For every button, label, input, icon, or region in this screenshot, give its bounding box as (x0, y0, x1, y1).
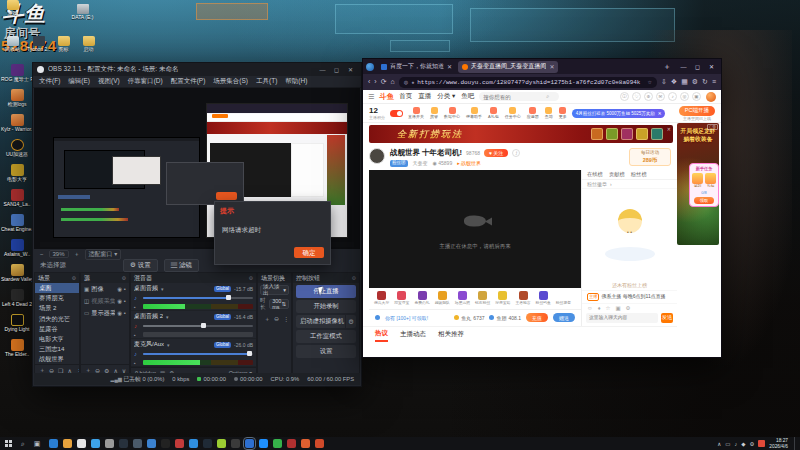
task-view-icon[interactable]: ▣ (30, 440, 44, 448)
taskbar-app-icon[interactable] (133, 439, 142, 448)
claim-link[interactable]: 你有 [100+] 可领取! (385, 315, 428, 321)
panel-pin-icon[interactable]: ⚙ (72, 275, 76, 281)
category-link[interactable]: ▸ 战舰世界 (457, 160, 481, 166)
volume-slider[interactable] (143, 325, 253, 327)
gift-item[interactable]: 免费の礼 (414, 291, 429, 305)
follow-button[interactable]: ♥ 关注 (484, 149, 508, 157)
chat-tab[interactable]: 粉丝榜 (631, 171, 647, 178)
close-icon[interactable]: ✕ (658, 111, 662, 116)
widget-tile-icon[interactable] (705, 173, 716, 184)
share-icon[interactable]: ⤴ (512, 149, 520, 157)
taskbar-app-icon[interactable] (63, 439, 72, 448)
window-control-button[interactable]: ✕ (705, 61, 718, 73)
desktop-icon[interactable]: Left 4 Dead 2 (1, 289, 33, 314)
taskbar-app-icon[interactable] (301, 439, 310, 448)
anchor-tool[interactable]: 房管 (430, 107, 438, 119)
window-control-button[interactable]: — (316, 64, 329, 76)
tray-icon[interactable]: ∧ (717, 441, 721, 447)
speaker-icon[interactable]: ♪ (134, 351, 140, 357)
scene-item[interactable]: 场景 2 (35, 303, 79, 313)
gift-item[interactable]: 福星高照 (455, 291, 470, 305)
anchor-tool[interactable]: 任务中心 (505, 107, 521, 119)
shield-icon[interactable]: ◍ (404, 79, 408, 85)
gift-item[interactable]: 粉丝约鱼 (536, 291, 551, 305)
bookmark-star-icon[interactable]: ☆ (647, 79, 651, 85)
anchor-tool[interactable]: A礼包 (488, 107, 499, 119)
taskbar-app-icon[interactable] (189, 439, 198, 448)
toolbar-icon[interactable]: ❖ (671, 78, 677, 86)
widget-claim-button[interactable]: 领取 (694, 197, 714, 204)
nav-link[interactable]: 鱼吧 (461, 92, 474, 101)
panel-pin-icon[interactable]: ⚙ (249, 275, 253, 281)
streamer-avatar[interactable] (369, 148, 385, 164)
desktop-icon[interactable]: Cheat Engine.exe (1, 214, 33, 239)
nav-icon[interactable]: ⌂ (391, 78, 395, 86)
pc-live-button[interactable]: PC端开播 (679, 106, 715, 116)
new-tab-button[interactable]: ＋ (660, 61, 674, 72)
obs-control-button[interactable]: 启动虚拟摄像机 ⚙ (296, 315, 356, 328)
visibility-eye-icon[interactable]: ◉ (117, 286, 122, 292)
taskbar-app-icon[interactable] (231, 439, 240, 448)
start-button[interactable] (0, 440, 16, 447)
chevron-down-icon[interactable]: ▾ (167, 342, 170, 348)
desktop-icon[interactable]: DATA (E:) (70, 4, 95, 20)
scene-item[interactable]: 赛博朋克 (35, 293, 79, 303)
menu-item[interactable]: 视图(V) (98, 77, 120, 86)
toolbar-icon[interactable]: ⇩ (661, 78, 667, 86)
search-input[interactable] (483, 94, 543, 100)
chat-tab[interactable]: 在线榜 (587, 171, 603, 178)
window-control-button[interactable]: ◻ (691, 61, 704, 73)
toolbar-icon[interactable]: ≡ (712, 78, 716, 86)
desktop-icon[interactable]: Tycoon 2.. (26, 36, 51, 52)
taskbar-clock[interactable]: 18:27 2026/4/6 (769, 438, 788, 449)
gift-item[interactable]: 佣兵大厅 (374, 291, 389, 305)
menu-item[interactable]: 工具(T) (256, 77, 277, 86)
header-circle-icon[interactable]: ♪ (668, 92, 677, 101)
gear-icon[interactable]: ⚙ (345, 315, 356, 328)
header-circle-icon[interactable]: ▣ (692, 92, 701, 101)
window-control-button[interactable]: ◻ (330, 64, 343, 76)
promo-banner-pill[interactable]: 4月粉丝打榜赛 5000万鱼翅 5025万奖励 ✕ (572, 109, 666, 118)
nav-icon[interactable]: › (374, 78, 376, 86)
panel-pin-icon[interactable]: ⚙ (352, 275, 356, 281)
chat-tool-icon[interactable]: ⚙ (626, 305, 631, 311)
scene-item[interactable]: 消失的光芒 (35, 314, 79, 324)
chat-tab[interactable]: 贡献榜 (609, 171, 625, 178)
tray-red-app-icon[interactable] (758, 440, 765, 447)
live-toggle[interactable] (390, 110, 403, 117)
tray-icon[interactable]: ⚙ (749, 441, 754, 447)
ad-banner[interactable]: 全新打捞玩法 ✕ (369, 125, 673, 143)
widget-tile-icon[interactable] (692, 173, 703, 184)
taskbar-app-icon[interactable] (119, 439, 128, 448)
transitions-toolbar-icon[interactable]: ⊖ (274, 315, 279, 324)
chevron-down-icon[interactable]: ▾ (161, 286, 164, 292)
recharge-button[interactable]: 充值 (526, 313, 548, 322)
anchor-tool[interactable]: 更多 (559, 107, 567, 119)
taskbar-app-icon[interactable] (161, 439, 170, 448)
taskbar-app-icon[interactable] (273, 439, 282, 448)
speaker-icon[interactable]: ♪ (134, 323, 140, 329)
chat-tool-icon[interactable]: ♦ (598, 305, 601, 311)
scene-item[interactable]: 战舰世界 (35, 354, 79, 364)
source-item[interactable]: ◫ 视频采集设备 ◉ ▪ (81, 295, 129, 307)
desktop-icon[interactable]: ROG 魔导士 RX.. (1, 64, 33, 89)
header-circle-icon[interactable]: ⊕ (644, 92, 653, 101)
taskbar-app-icon[interactable] (315, 439, 324, 448)
url-bar[interactable]: ◍ ● https://www.douyu.com/1280747?dyshid… (399, 77, 657, 88)
speaker-icon[interactable]: ♪ (134, 295, 140, 301)
toolbar-icon[interactable]: ▦ (681, 78, 688, 86)
gift-item[interactable]: 挖宝寻宝 (394, 291, 409, 305)
lock-icon[interactable]: ▪ (124, 286, 126, 292)
panel-pin-icon[interactable]: ⚙ (122, 275, 126, 281)
daily-activity-box[interactable]: 每日活动 289币 (629, 148, 671, 166)
lock-icon[interactable]: ▪ (134, 332, 140, 338)
nav-link[interactable]: 直播 (418, 92, 431, 101)
transitions-toolbar-icon[interactable]: ＋ (264, 315, 270, 324)
chat-tool-icon[interactable]: ☆ (605, 305, 610, 311)
tab-close-icon[interactable]: ✕ (549, 63, 554, 70)
window-control-button[interactable]: ✕ (344, 64, 357, 76)
taskbar-app-icon[interactable] (259, 439, 268, 448)
close-icon[interactable]: ✕ (667, 126, 671, 132)
obs-control-button[interactable]: 开始录制 ⚙ (296, 300, 356, 313)
nav-icon[interactable]: ⟳ (381, 78, 387, 86)
